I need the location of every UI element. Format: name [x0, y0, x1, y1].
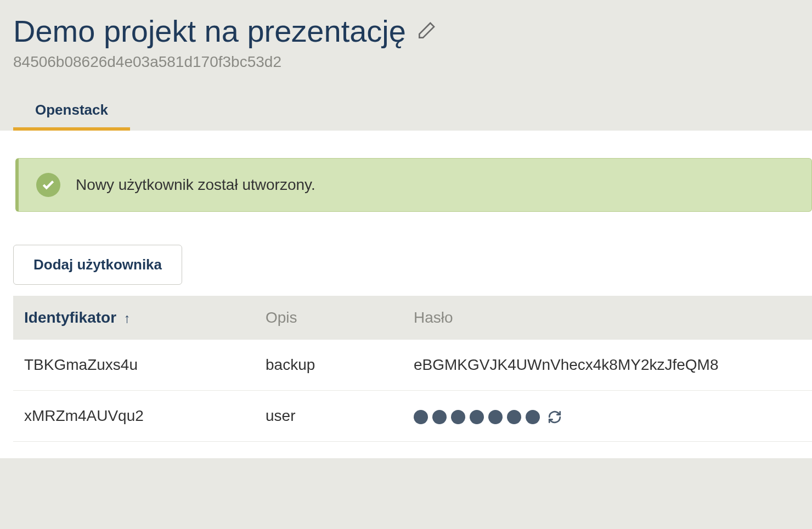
project-id: 84506b08626d4e03a581d170f3bc53d2	[13, 53, 799, 71]
password-masked	[414, 410, 540, 424]
cell-password: eBGMKGVJK4UWnVhecx4k8MY2kzJfeQM8	[403, 340, 812, 391]
refresh-icon[interactable]	[548, 410, 562, 424]
password-dot	[470, 410, 484, 424]
cell-id: xMRZm4AUVqu2	[13, 391, 255, 442]
cell-id: TBKGmaZuxs4u	[13, 340, 255, 391]
alert-message: Nowy użytkownik został utworzony.	[76, 176, 315, 194]
content-area: Nowy użytkownik został utworzony. Dodaj …	[0, 131, 812, 458]
password-dot	[488, 410, 503, 424]
table-row[interactable]: xMRZm4AUVqu2user	[13, 391, 812, 442]
add-user-button[interactable]: Dodaj użytkownika	[13, 245, 182, 285]
check-icon	[36, 173, 60, 197]
tabs: Openstack	[13, 93, 799, 131]
table-row[interactable]: TBKGmaZuxs4ubackupeBGMKGVJK4UWnVhecx4k8M…	[13, 340, 812, 391]
column-header-id[interactable]: Identyfikator ↑	[13, 296, 255, 340]
table-header-row: Identyfikator ↑ Opis Hasło	[13, 296, 812, 340]
success-alert: Nowy użytkownik został utworzony.	[15, 158, 812, 212]
page-header: Demo projekt na prezentację 84506b08626d…	[0, 0, 812, 131]
column-header-id-label: Identyfikator	[24, 309, 116, 326]
title-row: Demo projekt na prezentację	[13, 13, 799, 49]
sort-asc-icon: ↑	[124, 311, 131, 325]
users-table: Identyfikator ↑ Opis Hasło TBKGmaZuxs4ub…	[13, 296, 812, 442]
password-dot	[526, 410, 540, 424]
password-dot	[451, 410, 465, 424]
column-header-password[interactable]: Hasło	[403, 296, 812, 340]
password-dot	[432, 410, 447, 424]
tab-openstack[interactable]: Openstack	[13, 93, 130, 131]
page-title: Demo projekt na prezentację	[13, 13, 406, 49]
edit-icon[interactable]	[415, 20, 437, 42]
password-dot	[507, 410, 521, 424]
column-header-desc[interactable]: Opis	[255, 296, 403, 340]
cell-desc: backup	[255, 340, 403, 391]
cell-desc: user	[255, 391, 403, 442]
cell-password	[403, 391, 812, 442]
actions-bar: Dodaj użytkownika	[0, 212, 812, 296]
password-dot	[414, 410, 428, 424]
